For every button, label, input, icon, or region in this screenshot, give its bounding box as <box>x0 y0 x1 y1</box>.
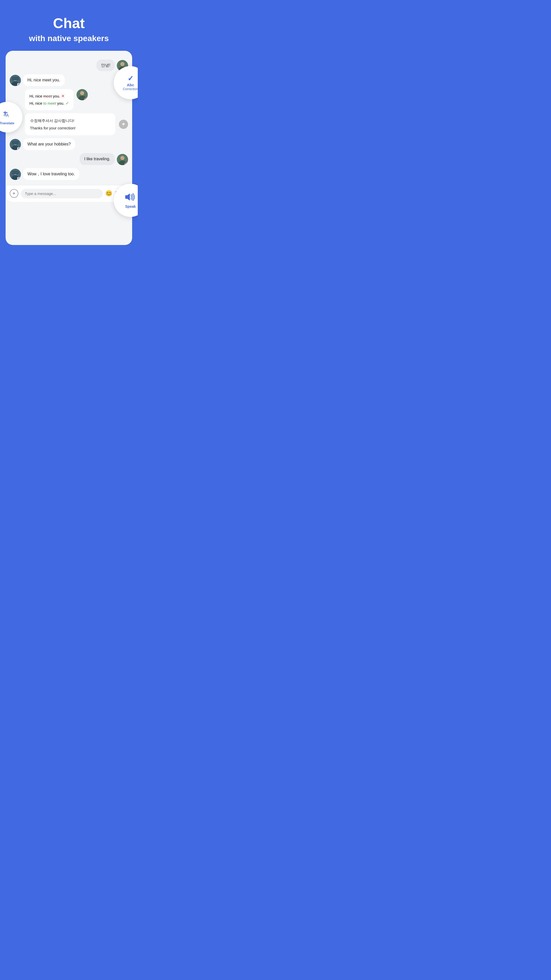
speak-label: Speak <box>125 204 136 208</box>
bubble-hi-nice: Hi, nice meet you. <box>23 74 65 86</box>
header: Chat with native speakers <box>0 0 138 51</box>
chat-messages: 안녕! 🇺🇸 🇰🇷 <box>6 57 132 180</box>
bubble-wow: Wow，I love traveling too. <box>23 168 79 180</box>
svg-point-21 <box>121 156 124 160</box>
us-flag-2: 🇺🇸 <box>84 97 88 100</box>
svg-rect-12 <box>12 77 19 80</box>
correction-block: Hi, nice meet you. ✕ Hi, nice to meet yo… <box>10 89 128 110</box>
message-wow: 🇰🇷 Wow，I love traveling too. <box>10 168 128 180</box>
kr-flag-2: 🇰🇷 <box>17 147 21 150</box>
abc-label: Abc <box>127 83 134 87</box>
svg-rect-19 <box>12 141 19 145</box>
kr-flag-3: 🇰🇷 <box>17 177 21 180</box>
abc-check-icon: ✓ <box>127 74 133 83</box>
svg-point-14 <box>80 91 84 95</box>
speak-icon <box>125 192 136 204</box>
avatar-female-kr-2: 🇰🇷 <box>10 139 21 150</box>
message-hi-nice: 🇰🇷 Hi, nice meet you. <box>10 74 128 86</box>
english-text: Thanks for your correction! <box>30 125 110 130</box>
avatar-female-kr-1: 🇰🇷 <box>10 75 21 86</box>
translate-label: Translate <box>0 121 14 125</box>
avatar-male-us-2: 🇺🇸 <box>76 89 88 100</box>
message-traveling: I like traveling. 🇺🇸 <box>10 153 128 165</box>
add-button[interactable]: + <box>10 189 18 198</box>
correct-phrase: to meet <box>43 101 56 105</box>
us-flag-3: 🇺🇸 <box>124 162 128 165</box>
translation-bubble: 수정해주셔서 감사합니다! Thanks for your correction… <box>25 113 116 135</box>
bubble-hobbies: What are your hobbies? <box>23 138 76 150</box>
chat-card: ✓ Abc Correction 文 A Translate <box>6 51 132 245</box>
korean-text: 수정해주셔서 감사합니다! <box>30 118 110 123</box>
correction-wrong-line: Hi, nice meet you. ✕ <box>30 93 69 100</box>
translation-block-row: 수정해주셔서 감사합니다! Thanks for your correction… <box>10 113 128 135</box>
correction-label: Correction <box>123 87 138 91</box>
translate-icon: 文 A <box>3 109 12 120</box>
message-hobbies: 🇰🇷 What are your hobbies? <box>10 138 128 150</box>
bubble-annyeong: 안녕! <box>97 59 115 71</box>
message-input[interactable] <box>21 189 103 198</box>
check-mark-correction: ✓ <box>65 101 69 105</box>
message-annyeong: 안녕! 🇺🇸 <box>10 59 128 71</box>
header-subtitle: with native speakers <box>10 34 127 43</box>
up-arrow-button[interactable] <box>119 120 128 129</box>
svg-rect-26 <box>12 171 19 174</box>
svg-text:A: A <box>6 113 9 118</box>
emoji-button[interactable]: 😊 <box>105 190 112 197</box>
wrong-word: meet <box>43 94 52 98</box>
svg-marker-5 <box>127 193 130 200</box>
avatar-female-kr-3: 🇰🇷 <box>10 169 21 180</box>
avatar-male-us-3: 🇺🇸 <box>117 154 128 165</box>
header-title: Chat <box>10 15 127 31</box>
kr-flag-1: 🇰🇷 <box>17 83 21 86</box>
correction-correct-line: Hi, nice to meet you. ✓ <box>30 100 69 107</box>
correction-bubble: Hi, nice meet you. ✕ Hi, nice to meet yo… <box>25 89 73 110</box>
chat-input-bar: + 😊 文 A <box>6 185 132 202</box>
translation-block-content: 수정해주셔서 감사합니다! Thanks for your correction… <box>25 113 116 135</box>
x-mark: ✕ <box>61 94 65 98</box>
svg-point-7 <box>121 62 124 66</box>
svg-rect-4 <box>125 195 127 199</box>
bubble-traveling: I like traveling. <box>79 153 115 165</box>
